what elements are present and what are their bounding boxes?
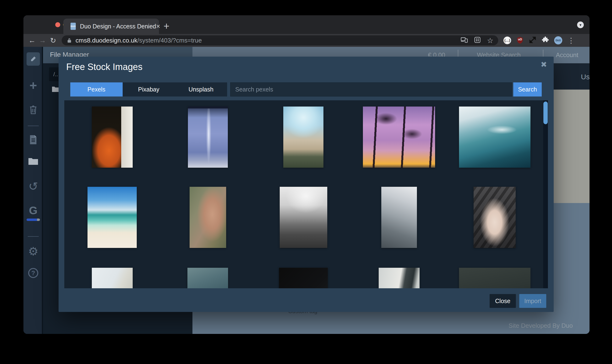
- nav-item-partial[interactable]: Us: [581, 73, 589, 81]
- tab-pixabay[interactable]: Pixabay: [123, 82, 175, 96]
- stock-search-input[interactable]: [230, 82, 512, 96]
- stock-image-white-building[interactable]: [92, 268, 133, 288]
- tab-title: Duo Design - Access Denied: [80, 23, 156, 30]
- cms-page: File Manager € 0.00 Website Search Accou…: [23, 47, 589, 334]
- browser-window: DUO Duo Design - Access Denied × + ▾ ← →…: [23, 15, 589, 334]
- progress-bar: [27, 219, 40, 221]
- browser-tab[interactable]: DUO Duo Design - Access Denied ×: [63, 19, 159, 34]
- account-link[interactable]: Account: [556, 51, 578, 59]
- apps-grid-icon[interactable]: [474, 37, 481, 44]
- new-tab-button[interactable]: +: [163, 21, 169, 32]
- free-stock-images-modal: Free Stock Images ✖ Pexels Pixabay Unspl…: [59, 57, 554, 312]
- stock-image-teal-terrain[interactable]: [187, 268, 228, 288]
- devices-icon[interactable]: [461, 37, 468, 44]
- stock-image-lighthouse-hill[interactable]: [280, 187, 327, 248]
- url-path: /system/403/?cms=true: [137, 37, 202, 44]
- extensions-puzzle-icon[interactable]: [542, 36, 549, 44]
- stock-image-woman-portrait[interactable]: [190, 187, 226, 248]
- url-domain: cms8.duodesign.co.uk: [76, 37, 137, 44]
- modal-close-icon[interactable]: ✖: [541, 60, 547, 69]
- lock-icon[interactable]: [67, 38, 72, 43]
- stock-image-orange-jacket-man[interactable]: [92, 106, 133, 168]
- stock-image-night-light-streak[interactable]: [279, 268, 328, 288]
- stock-image-white-structure[interactable]: [379, 268, 420, 288]
- tab-search-button[interactable]: ▾: [577, 22, 584, 28]
- reload-button[interactable]: ↻: [48, 36, 58, 45]
- stock-image-tropical-beach[interactable]: [87, 187, 137, 248]
- forward-button[interactable]: →: [37, 36, 48, 44]
- modal-scrollbar-track[interactable]: [543, 100, 548, 288]
- browser-tab-strip: DUO Duo Design - Access Denied × + ▾: [23, 15, 589, 34]
- profile-avatar[interactable]: DUO: [554, 36, 562, 44]
- settings-gear-icon[interactable]: ⚙: [23, 245, 43, 258]
- back-button[interactable]: ←: [27, 36, 37, 44]
- stock-image-woman-black-cap[interactable]: [474, 187, 516, 248]
- divider: [28, 236, 39, 237]
- site-credit-text: Site Developed By Duo: [508, 322, 573, 329]
- tab-unsplash[interactable]: Unsplash: [175, 82, 227, 96]
- edit-button[interactable]: [27, 52, 40, 66]
- stock-image-water-fountain[interactable]: [188, 106, 228, 168]
- stock-image-ocean-waves[interactable]: [459, 106, 530, 168]
- modal-footer: Close Import: [59, 288, 554, 312]
- image-results-area: [64, 100, 548, 288]
- modal-title: Free Stock Images: [66, 62, 142, 72]
- fullscreen-extension-icon[interactable]: [529, 36, 536, 45]
- import-button[interactable]: Import: [519, 294, 546, 308]
- close-button[interactable]: Close: [490, 294, 516, 308]
- add-button[interactable]: +: [23, 78, 43, 93]
- bookmark-star-icon[interactable]: ☆: [487, 36, 493, 45]
- source-tabs: Pexels Pixabay Unsplash: [70, 82, 227, 96]
- google-analytics-button[interactable]: G: [23, 205, 43, 216]
- browser-menu-icon[interactable]: ⋮: [568, 36, 575, 45]
- json-extension-icon[interactable]: {…}: [503, 37, 511, 44]
- search-button[interactable]: Search: [513, 82, 542, 96]
- browser-toolbar: ← → ↻ cms8.duodesign.co.uk /system/403/?…: [23, 34, 589, 47]
- stock-image-palm-sunset[interactable]: [363, 106, 435, 168]
- stock-image-cathedral-tower[interactable]: [283, 106, 324, 168]
- files-button[interactable]: [23, 157, 43, 167]
- stock-image-dark-interior[interactable]: [459, 268, 530, 288]
- trash-button[interactable]: [23, 105, 43, 116]
- address-bar[interactable]: cms8.duodesign.co.uk /system/403/?cms=tr…: [62, 35, 498, 45]
- ublock-extension-icon[interactable]: uO: [516, 37, 524, 44]
- site-favicon-icon: DUO: [70, 23, 76, 30]
- tab-close-icon[interactable]: ×: [156, 23, 160, 30]
- tab-pexels[interactable]: Pexels: [70, 82, 123, 96]
- help-button[interactable]: ?: [23, 268, 43, 278]
- modal-scrollbar-thumb[interactable]: [544, 102, 548, 124]
- documents-button[interactable]: [23, 135, 43, 146]
- stock-image-sailboat-deck[interactable]: [381, 187, 417, 248]
- admin-sidebar: + ↺ G ⚙ ?: [23, 47, 43, 334]
- divider: [28, 126, 39, 126]
- history-button[interactable]: ↺: [23, 180, 43, 193]
- window-close-button[interactable]: [55, 22, 60, 27]
